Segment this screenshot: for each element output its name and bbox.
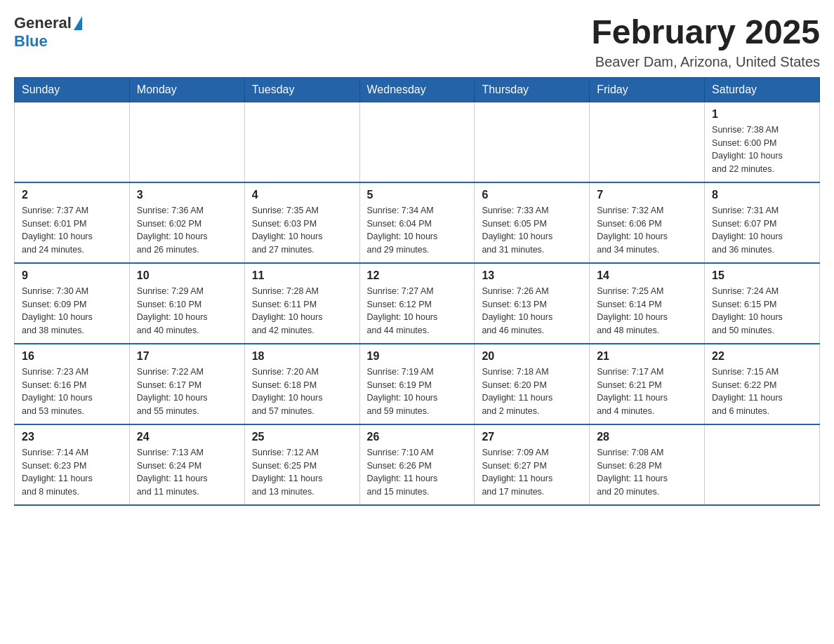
day-info: Sunrise: 7:13 AM Sunset: 6:24 PM Dayligh…: [137, 446, 237, 499]
calendar-cell: 13Sunrise: 7:26 AM Sunset: 6:13 PM Dayli…: [475, 263, 590, 344]
day-info: Sunrise: 7:14 AM Sunset: 6:23 PM Dayligh…: [22, 446, 122, 499]
calendar-cell: 10Sunrise: 7:29 AM Sunset: 6:10 PM Dayli…: [129, 263, 244, 344]
day-number: 19: [367, 350, 468, 363]
logo-general-text: General: [14, 14, 82, 32]
logo-blue-text: Blue: [14, 32, 48, 51]
calendar-cell: 11Sunrise: 7:28 AM Sunset: 6:11 PM Dayli…: [244, 263, 359, 344]
day-number: 17: [137, 350, 237, 363]
week-row-2: 2Sunrise: 7:37 AM Sunset: 6:01 PM Daylig…: [15, 182, 820, 263]
day-number: 28: [597, 431, 697, 443]
day-number: 14: [597, 269, 697, 282]
calendar-cell: [129, 102, 244, 182]
day-number: 26: [367, 431, 468, 443]
day-number: 9: [22, 269, 122, 282]
calendar-cell: 23Sunrise: 7:14 AM Sunset: 6:23 PM Dayli…: [15, 424, 130, 505]
day-info: Sunrise: 7:22 AM Sunset: 6:17 PM Dayligh…: [137, 365, 237, 418]
logo-triangle-icon: [74, 16, 82, 30]
day-number: 24: [137, 431, 237, 443]
calendar-cell: 22Sunrise: 7:15 AM Sunset: 6:22 PM Dayli…: [705, 344, 820, 424]
day-number: 5: [367, 189, 468, 201]
page-header: General Blue February 2025 Beaver Dam, A…: [14, 14, 820, 70]
calendar-cell: 8Sunrise: 7:31 AM Sunset: 6:07 PM Daylig…: [705, 182, 820, 263]
calendar-cell: [590, 102, 705, 182]
weekday-header-wednesday: Wednesday: [359, 77, 475, 102]
day-number: 13: [482, 269, 582, 282]
calendar-cell: 12Sunrise: 7:27 AM Sunset: 6:12 PM Dayli…: [359, 263, 475, 344]
title-section: February 2025 Beaver Dam, Arizona, Unite…: [591, 14, 820, 70]
calendar-cell: 15Sunrise: 7:24 AM Sunset: 6:15 PM Dayli…: [705, 263, 820, 344]
day-info: Sunrise: 7:12 AM Sunset: 6:25 PM Dayligh…: [252, 446, 352, 499]
logo-general-word: General: [14, 14, 72, 32]
day-info: Sunrise: 7:17 AM Sunset: 6:21 PM Dayligh…: [597, 365, 697, 418]
day-info: Sunrise: 7:27 AM Sunset: 6:12 PM Dayligh…: [367, 285, 468, 337]
day-info: Sunrise: 7:37 AM Sunset: 6:01 PM Dayligh…: [22, 204, 122, 257]
day-number: 11: [252, 269, 352, 282]
day-number: 18: [252, 350, 352, 363]
day-number: 12: [367, 269, 468, 282]
day-number: 21: [597, 350, 697, 363]
day-number: 6: [482, 189, 582, 201]
week-row-3: 9Sunrise: 7:30 AM Sunset: 6:09 PM Daylig…: [15, 263, 820, 344]
calendar-cell: [475, 102, 590, 182]
day-info: Sunrise: 7:18 AM Sunset: 6:20 PM Dayligh…: [482, 365, 582, 418]
day-info: Sunrise: 7:09 AM Sunset: 6:27 PM Dayligh…: [482, 446, 582, 499]
calendar-cell: 3Sunrise: 7:36 AM Sunset: 6:02 PM Daylig…: [129, 182, 244, 263]
day-number: 1: [712, 108, 812, 121]
calendar-cell: 18Sunrise: 7:20 AM Sunset: 6:18 PM Dayli…: [244, 344, 359, 424]
day-number: 7: [597, 189, 697, 201]
weekday-header-saturday: Saturday: [705, 77, 820, 102]
weekday-header-thursday: Thursday: [475, 77, 590, 102]
weekday-header-sunday: Sunday: [15, 77, 130, 102]
calendar-cell: 1Sunrise: 7:38 AM Sunset: 6:00 PM Daylig…: [705, 102, 820, 182]
day-number: 27: [482, 431, 582, 443]
day-number: 2: [22, 189, 122, 201]
day-number: 20: [482, 350, 582, 363]
calendar-cell: 7Sunrise: 7:32 AM Sunset: 6:06 PM Daylig…: [590, 182, 705, 263]
day-info: Sunrise: 7:33 AM Sunset: 6:05 PM Dayligh…: [482, 204, 582, 257]
day-number: 22: [712, 350, 812, 363]
calendar-cell: 27Sunrise: 7:09 AM Sunset: 6:27 PM Dayli…: [475, 424, 590, 505]
week-row-5: 23Sunrise: 7:14 AM Sunset: 6:23 PM Dayli…: [15, 424, 820, 505]
weekday-header-tuesday: Tuesday: [244, 77, 359, 102]
calendar-cell: 26Sunrise: 7:10 AM Sunset: 6:26 PM Dayli…: [359, 424, 475, 505]
day-info: Sunrise: 7:29 AM Sunset: 6:10 PM Dayligh…: [137, 285, 237, 337]
calendar-cell: [244, 102, 359, 182]
day-info: Sunrise: 7:20 AM Sunset: 6:18 PM Dayligh…: [252, 365, 352, 418]
day-info: Sunrise: 7:25 AM Sunset: 6:14 PM Dayligh…: [597, 285, 697, 337]
calendar-cell: 17Sunrise: 7:22 AM Sunset: 6:17 PM Dayli…: [129, 344, 244, 424]
calendar-cell: 2Sunrise: 7:37 AM Sunset: 6:01 PM Daylig…: [15, 182, 130, 263]
day-info: Sunrise: 7:23 AM Sunset: 6:16 PM Dayligh…: [22, 365, 122, 418]
calendar-cell: [705, 424, 820, 505]
calendar-cell: 4Sunrise: 7:35 AM Sunset: 6:03 PM Daylig…: [244, 182, 359, 263]
day-info: Sunrise: 7:32 AM Sunset: 6:06 PM Dayligh…: [597, 204, 697, 257]
day-info: Sunrise: 7:10 AM Sunset: 6:26 PM Dayligh…: [367, 446, 468, 499]
calendar-cell: 14Sunrise: 7:25 AM Sunset: 6:14 PM Dayli…: [590, 263, 705, 344]
calendar-cell: 6Sunrise: 7:33 AM Sunset: 6:05 PM Daylig…: [475, 182, 590, 263]
day-info: Sunrise: 7:24 AM Sunset: 6:15 PM Dayligh…: [712, 285, 812, 337]
weekday-header-monday: Monday: [129, 77, 244, 102]
calendar-cell: 25Sunrise: 7:12 AM Sunset: 6:25 PM Dayli…: [244, 424, 359, 505]
day-number: 25: [252, 431, 352, 443]
day-number: 3: [137, 189, 237, 201]
day-info: Sunrise: 7:28 AM Sunset: 6:11 PM Dayligh…: [252, 285, 352, 337]
calendar-cell: 19Sunrise: 7:19 AM Sunset: 6:19 PM Dayli…: [359, 344, 475, 424]
calendar-cell: 21Sunrise: 7:17 AM Sunset: 6:21 PM Dayli…: [590, 344, 705, 424]
day-info: Sunrise: 7:36 AM Sunset: 6:02 PM Dayligh…: [137, 204, 237, 257]
calendar-cell: 28Sunrise: 7:08 AM Sunset: 6:28 PM Dayli…: [590, 424, 705, 505]
calendar-cell: 5Sunrise: 7:34 AM Sunset: 6:04 PM Daylig…: [359, 182, 475, 263]
calendar-cell: 9Sunrise: 7:30 AM Sunset: 6:09 PM Daylig…: [15, 263, 130, 344]
calendar-cell: 16Sunrise: 7:23 AM Sunset: 6:16 PM Dayli…: [15, 344, 130, 424]
logo: General Blue: [14, 14, 82, 51]
calendar-cell: 24Sunrise: 7:13 AM Sunset: 6:24 PM Dayli…: [129, 424, 244, 505]
day-number: 8: [712, 189, 812, 201]
day-number: 10: [137, 269, 237, 282]
week-row-4: 16Sunrise: 7:23 AM Sunset: 6:16 PM Dayli…: [15, 344, 820, 424]
day-number: 4: [252, 189, 352, 201]
day-info: Sunrise: 7:35 AM Sunset: 6:03 PM Dayligh…: [252, 204, 352, 257]
day-info: Sunrise: 7:34 AM Sunset: 6:04 PM Dayligh…: [367, 204, 468, 257]
calendar-cell: [15, 102, 130, 182]
location-text: Beaver Dam, Arizona, United States: [591, 54, 820, 70]
calendar-cell: [359, 102, 475, 182]
day-info: Sunrise: 7:08 AM Sunset: 6:28 PM Dayligh…: [597, 446, 697, 499]
weekday-header-row: SundayMondayTuesdayWednesdayThursdayFrid…: [15, 77, 820, 102]
